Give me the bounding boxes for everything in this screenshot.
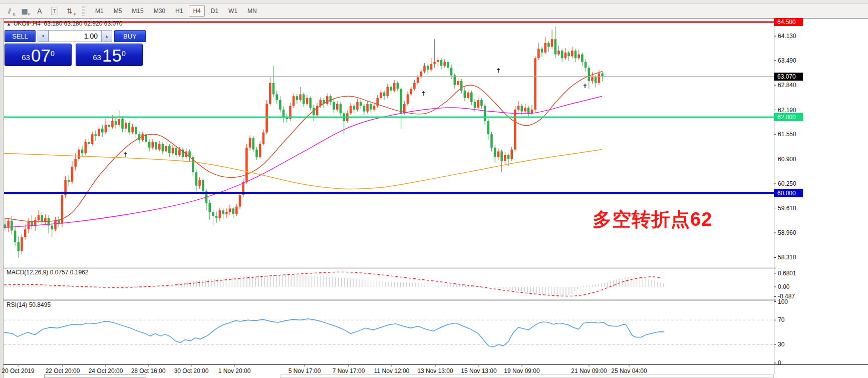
candle-body <box>373 106 376 110</box>
candle-body <box>477 100 479 108</box>
candle-body <box>494 148 496 157</box>
volume-decrease-button[interactable]: ▼ <box>38 30 49 42</box>
candle-body <box>172 148 174 153</box>
collapse-panel-icon[interactable]: ▲ <box>7 22 11 27</box>
candle-body <box>121 119 124 129</box>
candle-body <box>293 96 295 106</box>
timeframe-button-w1[interactable]: W1 <box>224 6 241 17</box>
macd-indicator-label: MACD(12,26,9) 0.0757 0.1962 <box>7 269 88 276</box>
candle-body <box>245 148 248 182</box>
candle-body <box>235 207 238 214</box>
candle-body <box>504 155 506 161</box>
timeframe-button-m15[interactable]: M15 <box>128 6 147 17</box>
candle-body <box>259 144 261 157</box>
candle-body <box>41 215 43 222</box>
candle-body <box>74 159 77 167</box>
timeframe-button-mn[interactable]: MN <box>243 6 261 17</box>
price-badge-64.500: 64.500 <box>774 18 803 26</box>
volume-increase-button[interactable]: ▲ <box>101 30 112 42</box>
candle-body <box>413 83 416 89</box>
candle-body <box>440 60 443 66</box>
rsi-axis-label: 70 <box>778 316 784 323</box>
price-axis-label: 63.490 <box>778 57 796 64</box>
candle-body <box>507 155 510 159</box>
candle-body <box>118 119 121 125</box>
candle-body <box>275 94 278 100</box>
candle-body <box>397 83 399 89</box>
candle-body <box>81 150 84 154</box>
main-toolbar: ⫽E▦FAT⇅▾ M1M5M15M30H1H4D1W1MN <box>0 4 868 19</box>
candle-body <box>265 104 268 132</box>
candle-body <box>443 62 446 66</box>
candle-body <box>574 51 577 58</box>
candle-body <box>85 142 87 153</box>
sort-arrows-icon[interactable]: ⇅▾ <box>63 6 76 17</box>
price-axis-label: 60.250 <box>778 180 796 187</box>
candle-body <box>467 93 469 98</box>
candle-body <box>326 96 329 104</box>
candle-body <box>98 129 100 136</box>
candle-body <box>212 212 214 216</box>
timeframe-button-d1[interactable]: D1 <box>207 6 222 17</box>
candle-body <box>195 172 198 186</box>
candle-body <box>31 222 33 226</box>
sell-quote-box[interactable]: 63070 <box>5 44 72 66</box>
candle-body <box>433 62 436 64</box>
candle-body <box>155 142 157 149</box>
candle-body <box>215 216 218 218</box>
candle-body <box>407 94 409 104</box>
ohlc-readout: 63.180 63.180 62.920 63.070 <box>44 20 123 27</box>
horizontal-scrollbar-track[interactable] <box>280 374 774 378</box>
text-box-icon[interactable]: T <box>48 6 61 17</box>
candle-body <box>18 242 20 251</box>
candle-body <box>91 134 94 144</box>
candle-body <box>306 98 309 104</box>
candle-body <box>595 77 597 83</box>
buy-button[interactable]: BUY <box>114 30 146 42</box>
candle-body <box>554 39 557 54</box>
candle-body <box>165 146 167 151</box>
price-axis-label: 59.610 <box>778 205 796 212</box>
horizontal-scrollbar-segment[interactable] <box>44 374 146 378</box>
time-axis-label: 11 Nov 12:00 <box>374 367 410 374</box>
candle-body <box>68 180 70 182</box>
timeframe-button-m1[interactable]: M1 <box>91 6 108 17</box>
buy-quote-box[interactable]: 63150 <box>76 44 143 66</box>
timeframe-button-m30[interactable]: M30 <box>150 6 169 17</box>
toolbar-separator <box>87 5 87 17</box>
candle-body <box>152 142 154 147</box>
candle-body <box>564 53 567 58</box>
timeframe-button-h1[interactable]: H1 <box>171 6 187 17</box>
rsi-axis-label: 0 <box>778 359 781 366</box>
candle-body <box>333 102 335 110</box>
candle-body <box>95 134 97 136</box>
toolbar-drag-handle[interactable] <box>82 6 85 16</box>
candle-body <box>557 51 560 55</box>
timeframe-button-m5[interactable]: M5 <box>110 6 126 17</box>
time-axis-label: 5 Nov 17:00 <box>288 367 321 374</box>
candle-body <box>450 68 453 75</box>
candle-body <box>571 51 573 56</box>
candle-body <box>175 148 177 155</box>
chart-background <box>0 19 868 378</box>
candle-body <box>581 55 584 62</box>
rsi-axis-label: 30 <box>778 341 784 348</box>
grid-icon[interactable]: ▦F <box>18 6 31 17</box>
symbol-header: ▲UKOil-,H4 63.180 63.180 62.920 63.070 <box>7 20 122 27</box>
sell-button[interactable]: SELL <box>5 30 36 42</box>
candle-body <box>178 150 181 155</box>
text-label-icon[interactable]: A <box>33 6 46 17</box>
candle-body <box>38 215 40 220</box>
chart-text-annotation: 多空转折点62 <box>593 207 712 232</box>
candle-body <box>356 102 359 110</box>
candle-body <box>101 129 104 133</box>
line-studies-icon[interactable]: ⫽E <box>3 6 16 17</box>
candle-body <box>7 221 10 228</box>
price-axis-label: 58.960 <box>778 229 796 236</box>
candle-body <box>490 134 493 148</box>
candle-body <box>272 83 275 95</box>
volume-input[interactable] <box>49 30 101 42</box>
time-axis-label: 7 Nov 17:00 <box>333 367 365 374</box>
timeframe-button-h4[interactable]: H4 <box>189 6 204 17</box>
candle-body <box>222 210 224 214</box>
